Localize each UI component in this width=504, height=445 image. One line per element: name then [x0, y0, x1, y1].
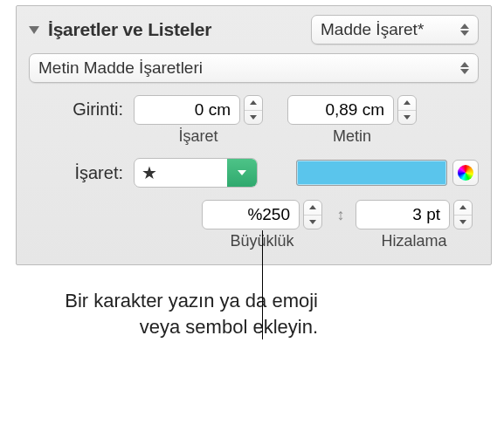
align-stepper[interactable]	[356, 200, 473, 229]
bullet-type-popup[interactable]: Metin Madde İşaretleri	[29, 53, 479, 83]
stepper-buttons[interactable]	[397, 95, 417, 125]
bullet-label: İşaret:	[29, 163, 123, 183]
bullet-type-label: Metin Madde İşaretleri	[38, 58, 453, 78]
align-input[interactable]	[356, 200, 450, 229]
section-title: İşaretler ve Listeler	[48, 19, 311, 40]
indent-text-input[interactable]	[287, 95, 394, 125]
bullet-color-well[interactable]	[296, 160, 447, 186]
bullet-picker-dropdown-button[interactable]	[227, 159, 257, 187]
bullet-character-field[interactable]: ★	[135, 162, 227, 183]
list-style-popup[interactable]: Madde İşaret*	[311, 15, 479, 44]
stepper-buttons[interactable]	[303, 200, 322, 229]
color-wheel-icon	[458, 165, 473, 181]
disclosure-triangle-icon[interactable]	[29, 26, 39, 34]
indent-bullet-input[interactable]	[134, 95, 240, 125]
indent-text-caption: Metin	[333, 127, 371, 146]
bullets-lists-panel: İşaretler ve Listeler Madde İşaret* Meti…	[16, 5, 492, 265]
size-input[interactable]	[202, 200, 300, 229]
indent-bullet-caption: İşaret	[178, 127, 217, 146]
stepper-buttons[interactable]	[244, 95, 263, 125]
vertical-align-icon: ↕	[331, 200, 350, 229]
align-caption: Hizalama	[381, 232, 446, 250]
list-style-label: Madde İşaret*	[321, 20, 453, 39]
popup-arrows-icon	[460, 24, 469, 36]
stepper-buttons[interactable]	[453, 200, 473, 229]
popup-arrows-icon	[460, 62, 469, 74]
indent-bullet-stepper[interactable]	[134, 95, 263, 125]
size-stepper[interactable]	[202, 200, 322, 229]
indent-label: Girinti:	[29, 95, 123, 120]
bullet-character-picker[interactable]: ★	[134, 158, 258, 188]
color-wheel-button[interactable]	[452, 160, 479, 186]
callout-leader-line	[262, 230, 263, 339]
callout-text: Bir karakter yazın ya da emoji veya semb…	[21, 288, 318, 339]
indent-text-stepper[interactable]	[287, 95, 417, 125]
